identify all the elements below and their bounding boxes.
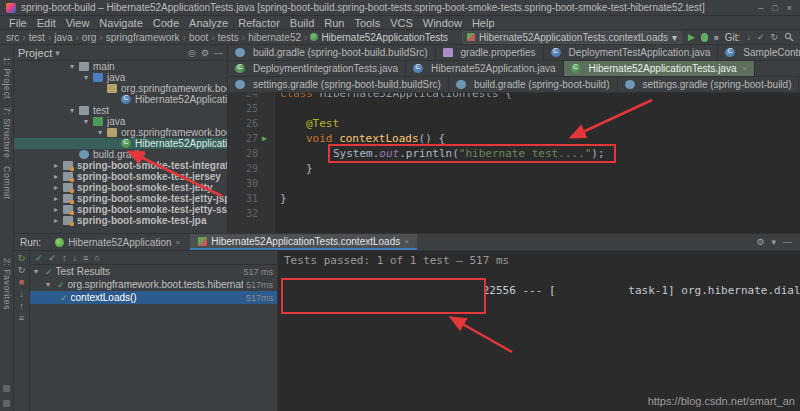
- breadcrumb-src[interactable]: src: [6, 32, 29, 43]
- debug-button[interactable]: [701, 33, 708, 42]
- history-icon[interactable]: [94, 253, 99, 263]
- expand-arrow-icon[interactable]: [70, 62, 79, 71]
- breadcrumb-test[interactable]: test: [29, 32, 54, 43]
- menu-help[interactable]: Help: [467, 17, 500, 29]
- stop-icon[interactable]: [19, 278, 24, 287]
- menu-analyze[interactable]: Analyze: [184, 17, 233, 29]
- run-test-gutter-icon[interactable]: [262, 132, 267, 145]
- tab-build-gradle-buildsrc[interactable]: build.gradle (spring-boot-build.buildSrc…: [228, 45, 436, 60]
- tree-item-application-class[interactable]: Hibernate52Application: [14, 94, 227, 105]
- minimize-icon[interactable]: [758, 3, 763, 13]
- line-number[interactable]: 25: [228, 101, 274, 116]
- locate-file-icon[interactable]: [188, 48, 196, 58]
- test-row-class[interactable]: org.springframework.boot.tests.hibernate…: [30, 278, 277, 291]
- rerun-failed-icon[interactable]: [18, 266, 26, 275]
- git-refresh-icon[interactable]: [770, 32, 778, 42]
- tab-gradle-properties[interactable]: gradle.properties: [436, 45, 544, 60]
- gear-icon[interactable]: [201, 48, 209, 58]
- tree-item-package-main[interactable]: org.springframework.boot.test: [14, 83, 227, 94]
- tool-button-favorites[interactable]: 2: Favorites: [2, 258, 12, 310]
- tree-item-test-class-selected[interactable]: Hibernate52ApplicationTes: [14, 138, 227, 149]
- tab-hibernate52-application[interactable]: Hibernate52Application.java: [406, 61, 564, 76]
- breadcrumb-class[interactable]: Hibernate52ApplicationTests: [310, 32, 448, 43]
- expand-arrow-icon[interactable]: [46, 280, 54, 289]
- line-number[interactable]: 30: [228, 176, 274, 191]
- breadcrumb-tests[interactable]: tests: [218, 32, 248, 43]
- close-tab-icon[interactable]: [742, 64, 747, 73]
- breadcrumb-org[interactable]: org: [82, 32, 106, 43]
- test-row-root[interactable]: Test Results 517 ms: [30, 265, 277, 278]
- sort-icon[interactable]: [83, 253, 88, 263]
- tool-button-project[interactable]: 1: Project: [2, 57, 12, 99]
- line-number[interactable]: 31: [228, 191, 274, 206]
- tab-settings-gradle-buildsrc[interactable]: settings.gradle (spring-boot-build.build…: [228, 77, 449, 92]
- expand-arrow-icon[interactable]: [34, 267, 42, 276]
- scroll-down-icon[interactable]: [19, 290, 24, 299]
- code-editor[interactable]: 24 class Hibernate52ApplicationTests { 2…: [228, 93, 800, 233]
- collapse-arrow-icon[interactable]: [54, 194, 63, 203]
- collapse-panel-icon[interactable]: [771, 237, 776, 247]
- git-commit-icon[interactable]: [757, 32, 765, 42]
- git-update-icon[interactable]: [746, 32, 751, 42]
- rerun-icon[interactable]: [18, 254, 26, 263]
- run-console[interactable]: Tests passed: 1 of 1 test – 517 ms 2020-…: [278, 251, 800, 411]
- tool-button-structure[interactable]: 7: Structure: [2, 107, 12, 158]
- line-number[interactable]: 29: [228, 161, 274, 176]
- scroll-up-icon[interactable]: [19, 302, 24, 311]
- menu-edit[interactable]: Edit: [32, 17, 61, 29]
- tree-item-java-main[interactable]: java: [14, 72, 227, 83]
- run-tab-application[interactable]: Hibernate52Application: [47, 234, 188, 250]
- stop-button[interactable]: [714, 33, 719, 42]
- breadcrumb-boot[interactable]: boot: [189, 32, 218, 43]
- run-configuration-select[interactable]: Hibernate52ApplicationTests.contextLoads: [462, 31, 682, 44]
- tree-item-module-jetty-jsp[interactable]: spring-boot-smoke-test-jetty-jsp: [14, 193, 227, 204]
- tab-hibernate52-application-tests-selected[interactable]: Hibernate52ApplicationTests.java: [564, 61, 756, 76]
- tree-item-module-jetty[interactable]: spring-boot-smoke-test-jetty: [14, 182, 227, 193]
- collapse-arrow-icon[interactable]: [54, 172, 63, 181]
- menu-navigate[interactable]: Navigate: [94, 17, 147, 29]
- line-number[interactable]: 28: [228, 146, 274, 161]
- tool-button-commit[interactable]: Commit: [2, 166, 12, 199]
- show-passed-icon[interactable]: [35, 253, 43, 263]
- hide-panel-icon[interactable]: [214, 48, 223, 58]
- tab-sample-controller[interactable]: SampleController.java: [718, 45, 800, 60]
- menu-code[interactable]: Code: [148, 17, 184, 29]
- chevron-down-icon[interactable]: [55, 48, 60, 58]
- tab-deployment-test-application[interactable]: DeploymentTestApplication.java: [544, 45, 719, 60]
- test-row-context-loads-selected[interactable]: contextLoads() 517ms: [30, 291, 277, 304]
- breadcrumb-java[interactable]: java: [54, 32, 82, 43]
- tab-build-gradle[interactable]: build.gradle (spring-boot-build): [449, 77, 618, 92]
- menu-run[interactable]: Run: [319, 17, 349, 29]
- tree-item-test[interactable]: test: [14, 105, 227, 116]
- gear-icon[interactable]: [756, 237, 764, 247]
- maximize-icon[interactable]: [772, 3, 777, 13]
- hide-panel-icon[interactable]: [783, 237, 792, 247]
- menu-vcs[interactable]: VCS: [385, 17, 418, 29]
- tree-item-module-jersey[interactable]: spring-boot-smoke-test-jersey: [14, 171, 227, 182]
- previous-test-icon[interactable]: [62, 253, 67, 263]
- show-ignored-icon[interactable]: [49, 253, 57, 263]
- line-number[interactable]: 27: [228, 131, 274, 146]
- tool-button-icon[interactable]: [3, 400, 10, 407]
- menu-tools[interactable]: Tools: [349, 17, 385, 29]
- menu-view[interactable]: View: [61, 17, 95, 29]
- tree-item-main[interactable]: main: [14, 61, 227, 72]
- collapse-arrow-icon[interactable]: [54, 161, 63, 170]
- tree-item-module-jetty-ssl[interactable]: spring-boot-smoke-test-jetty-ssl: [14, 204, 227, 215]
- tree-item-module-integration[interactable]: spring-boot-smoke-test-integration: [14, 160, 227, 171]
- collapse-arrow-icon[interactable]: [54, 183, 63, 192]
- breadcrumb-springframework[interactable]: springframework: [106, 32, 189, 43]
- run-tab-context-loads-selected[interactable]: Hibernate52ApplicationTests.contextLoads: [190, 234, 417, 250]
- expand-arrow-icon[interactable]: [84, 73, 93, 82]
- more-options-icon[interactable]: [19, 314, 24, 323]
- breadcrumb-hibernate52[interactable]: hibernate52: [248, 32, 310, 43]
- run-button[interactable]: [688, 32, 695, 42]
- search-icon[interactable]: [784, 32, 794, 42]
- close-tab-icon[interactable]: [404, 237, 409, 246]
- line-number[interactable]: 26: [228, 116, 274, 131]
- menu-window[interactable]: Window: [418, 17, 467, 29]
- menu-refactor[interactable]: Refactor: [233, 17, 285, 29]
- close-tab-icon[interactable]: [176, 238, 181, 247]
- expand-arrow-icon[interactable]: [84, 117, 93, 126]
- menu-build[interactable]: Build: [285, 17, 319, 29]
